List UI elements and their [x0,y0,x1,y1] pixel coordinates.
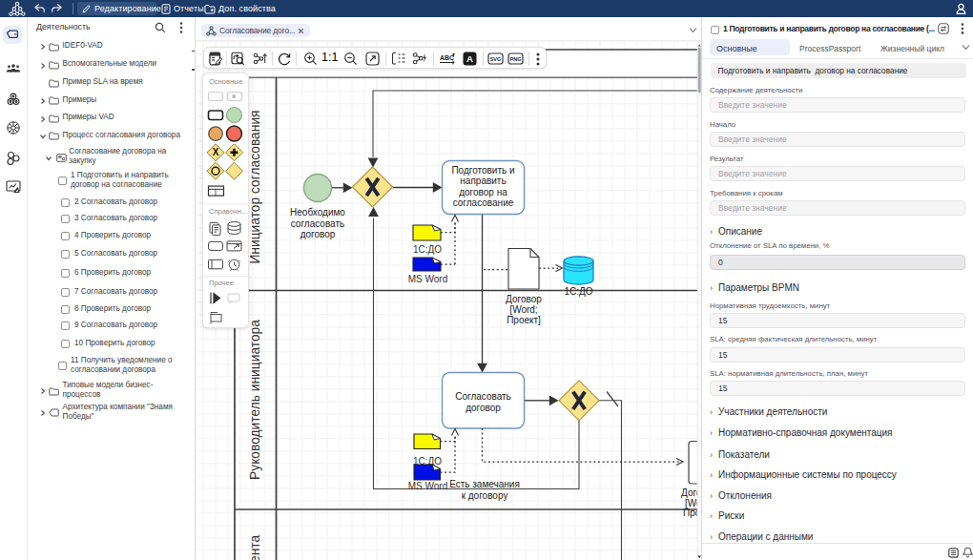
svg-text:согласование: согласование [453,197,514,208]
svg-text:Юрисконсульт департамента: Юрисконсульт департамента [248,535,262,560]
svg-text:[Word;: [Word; [509,304,537,315]
svg-text:Руководитель инициатора: Руководитель инициатора [248,320,262,480]
svg-text:1С:ДО: 1С:ДО [564,286,592,297]
svg-text:SVG: SVG [490,56,502,62]
svg-text:Согласовать: Согласовать [455,391,511,402]
svg-text:Подготовить и: Подготовить и [451,165,514,176]
svg-text:договор: договор [466,403,501,413]
svg-text:MS Word: MS Word [408,274,448,284]
svg-text:согласовать: согласовать [291,218,345,229]
svg-text:к договору: к договору [462,490,508,501]
svg-text:Проект]: Проект] [507,315,541,325]
svg-text:ABC: ABC [440,54,454,61]
svg-text:Договор: Договор [506,294,542,304]
svg-text:Есть замечания: Есть замечания [449,479,520,489]
svg-text:Инициатор согласования: Инициатор согласования [248,110,262,263]
svg-text:PNG: PNG [510,56,522,62]
svg-text:X: X [213,147,219,157]
svg-text:Необходимо: Необходимо [290,207,345,218]
svg-text:MS Word: MS Word [408,481,448,491]
svg-text:A: A [466,53,473,64]
svg-text:1С:ДО: 1С:ДО [413,244,442,255]
svg-text:договор на: договор на [459,187,507,197]
svg-text:договор: договор [300,229,336,239]
svg-text:направить: направить [460,176,506,186]
